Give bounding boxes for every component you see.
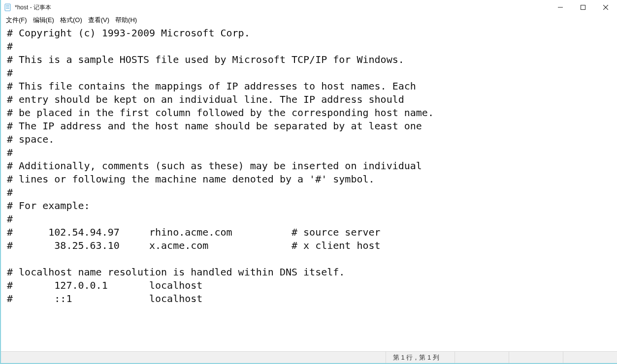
menu-help[interactable]: 帮助(H) (115, 15, 137, 26)
notepad-icon (4, 3, 12, 11)
editor-area[interactable]: # Copyright (c) 1993-2009 Microsoft Corp… (1, 26, 617, 351)
title-bar[interactable]: *host - 记事本 (1, 0, 617, 15)
menu-bar: 文件(F) 编辑(E) 格式(O) 查看(V) 帮助(H) (1, 15, 617, 26)
status-empty-2 (509, 352, 563, 363)
status-empty-3 (563, 352, 617, 363)
close-button[interactable] (594, 0, 617, 15)
editor-content[interactable]: # Copyright (c) 1993-2009 Microsoft Corp… (1, 26, 617, 305)
svg-rect-0 (5, 4, 10, 11)
menu-format[interactable]: 格式(O) (60, 15, 82, 26)
status-cursor-position: 第 1 行，第 1 列 (386, 352, 455, 363)
maximize-button[interactable] (572, 0, 594, 15)
menu-view[interactable]: 查看(V) (88, 15, 109, 26)
status-empty-1 (455, 352, 509, 363)
minimize-button[interactable] (549, 0, 572, 15)
menu-file[interactable]: 文件(F) (6, 15, 27, 26)
menu-edit[interactable]: 编辑(E) (33, 15, 54, 26)
status-bar: 第 1 行，第 1 列 (1, 351, 617, 363)
notepad-window: *host - 记事本 文件(F) 编辑(E) 格式(O) 查看(V) 帮助(H… (0, 0, 617, 364)
svg-rect-5 (581, 5, 585, 10)
window-title: *host - 记事本 (15, 0, 51, 15)
window-controls (549, 0, 617, 15)
